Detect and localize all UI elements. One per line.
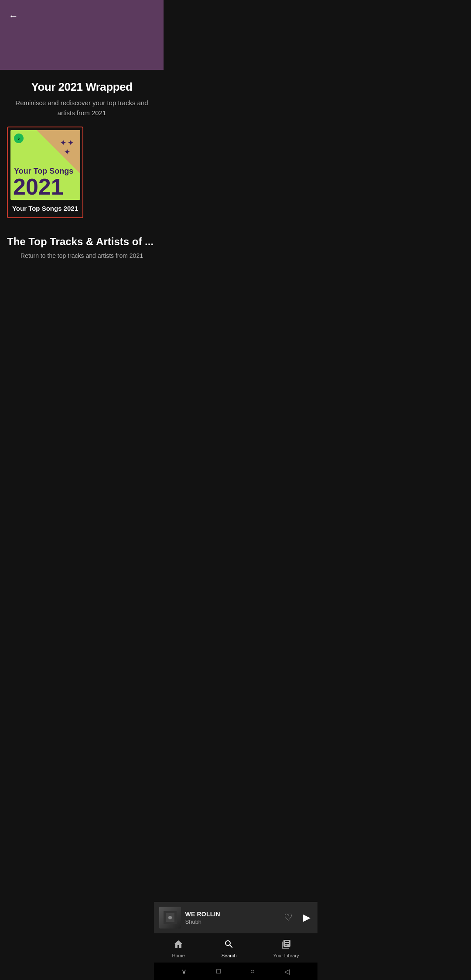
spotify-logo-icon (14, 134, 24, 143)
cover-stars-decoration: ✦ ✦ ✦ (60, 139, 73, 156)
section1-title: Your 2021 Wrapped (7, 80, 157, 94)
cover-year-text: 2021 (13, 175, 64, 198)
section-two: The Top Tracks & Artists of ... Return t… (0, 218, 164, 267)
main-content: Your 2021 Wrapped Reminisce and rediscov… (0, 70, 164, 218)
star-icon: ✦ (64, 148, 70, 156)
star-icon: ✦ (60, 139, 66, 147)
header-area: ← (0, 0, 164, 70)
section2-title: The Top Tracks & Artists of ... (7, 236, 157, 248)
section2-subtitle: Return to the top tracks and artists fro… (7, 251, 157, 260)
section1-subtitle: Reminisce and rediscover your top tracks… (7, 98, 157, 118)
star-icon: ✦ (68, 139, 73, 147)
playlist-cover: ✦ ✦ ✦ Your Top Songs 2021 (10, 130, 80, 200)
back-button[interactable]: ← (7, 9, 20, 24)
playlist-card[interactable]: ✦ ✦ ✦ Your Top Songs 2021 Your Top Songs… (7, 127, 83, 218)
playlist-name: Your Top Songs 2021 (10, 204, 80, 213)
